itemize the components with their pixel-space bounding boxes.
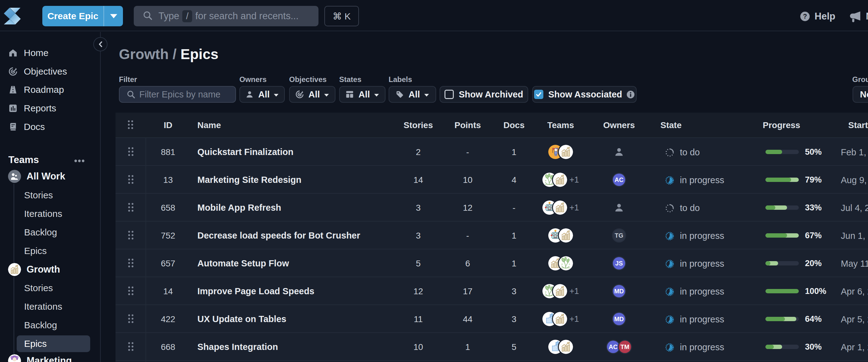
svg-text:?: ? xyxy=(803,13,807,20)
